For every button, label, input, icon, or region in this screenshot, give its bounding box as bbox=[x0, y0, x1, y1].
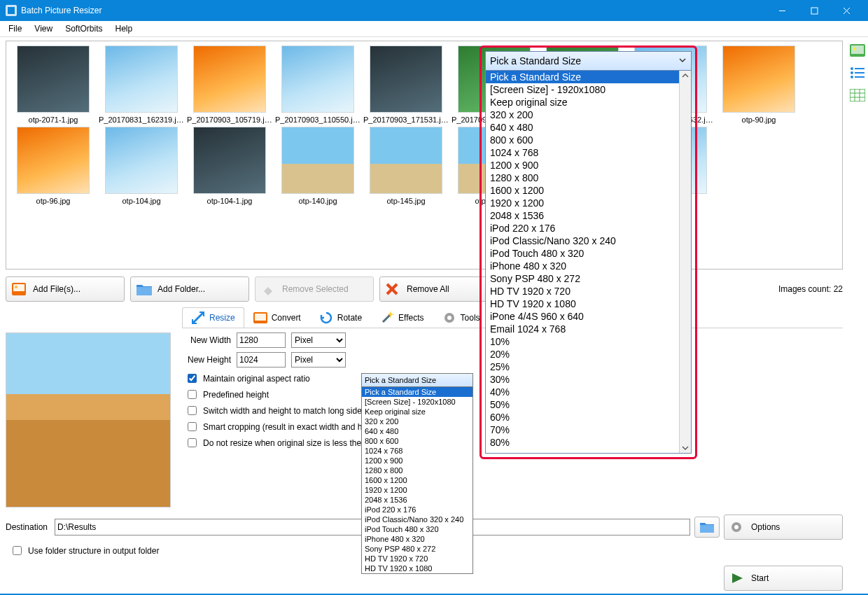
menu-view[interactable]: View bbox=[29, 22, 58, 35]
window-close-button[interactable] bbox=[830, 0, 862, 21]
tab-convert[interactable]: Convert bbox=[244, 307, 310, 328]
big-dropdown-option[interactable]: Sony PSP 480 x 272 bbox=[486, 272, 691, 285]
big-dropdown-option[interactable]: iPod Touch 480 x 320 bbox=[486, 247, 691, 260]
thumbnail-item[interactable]: P_20170903_171531.jpg bbox=[363, 46, 449, 124]
thumbnail-item[interactable]: otp-140.jpg bbox=[275, 127, 360, 205]
images-count-label: Images count: 22 bbox=[778, 284, 843, 294]
small-dropdown-option[interactable]: HD TV 1920 x 1080 bbox=[362, 564, 472, 573]
small-dropdown-option[interactable]: 640 x 480 bbox=[362, 426, 472, 436]
new-width-input[interactable] bbox=[237, 332, 286, 348]
small-dropdown-option[interactable]: iPod Classic/Nano 320 x 240 bbox=[362, 514, 472, 524]
small-dropdown-option[interactable]: 1200 x 900 bbox=[362, 456, 472, 465]
big-dropdown-option[interactable]: 2048 x 1536 bbox=[486, 209, 691, 222]
small-dropdown-option[interactable]: 1024 x 768 bbox=[362, 446, 472, 456]
small-dropdown-option[interactable]: [Screen Size] - 1920x1080 bbox=[362, 397, 472, 407]
small-size-dropdown-list[interactable]: Pick a Standard Size Pick a Standard Siz… bbox=[361, 373, 473, 574]
thumbnail-item[interactable]: otp-145.jpg bbox=[363, 127, 449, 205]
small-dropdown-option[interactable]: Keep original size bbox=[362, 407, 472, 416]
thumbnail-item[interactable]: otp-90.jpg bbox=[716, 46, 802, 124]
menu-help[interactable]: Help bbox=[110, 22, 139, 35]
menu-softorbits[interactable]: SoftOrbits bbox=[59, 22, 108, 35]
thumbnail-item[interactable]: otp-96.jpg bbox=[10, 127, 96, 205]
thumbnail-item[interactable]: otp-104-1.jpg bbox=[187, 127, 272, 205]
big-dropdown-option[interactable]: 80% bbox=[486, 436, 691, 449]
big-dropdown-option[interactable]: 1200 x 900 bbox=[486, 159, 691, 172]
small-dropdown-option[interactable]: iPod 220 x 176 bbox=[362, 505, 472, 514]
big-dropdown-option[interactable]: 320 x 200 bbox=[486, 108, 691, 121]
view-grid-button[interactable] bbox=[849, 87, 866, 104]
new-height-input[interactable] bbox=[237, 352, 286, 368]
big-dropdown-option[interactable]: Email 1024 x 768 bbox=[486, 323, 691, 335]
big-dropdown-option[interactable]: 30% bbox=[486, 373, 691, 386]
add-folder-button[interactable]: Add Folder... bbox=[130, 276, 249, 302]
big-dropdown-option[interactable]: 1600 x 1200 bbox=[486, 184, 691, 197]
big-dropdown-option[interactable]: 640 x 480 bbox=[486, 121, 691, 134]
big-dropdown-header[interactable]: Pick a Standard Size bbox=[485, 51, 692, 71]
menu-file[interactable]: File bbox=[3, 22, 27, 35]
big-dropdown-option[interactable]: [Screen Size] - 1920x1080 bbox=[486, 83, 691, 96]
big-dropdown-option[interactable]: HD TV 1920 x 720 bbox=[486, 285, 691, 298]
add-files-button[interactable]: Add File(s)... bbox=[6, 276, 125, 302]
big-dropdown-option[interactable]: 1920 x 1200 bbox=[486, 197, 691, 209]
small-dropdown-option[interactable]: iPhone 480 x 320 bbox=[362, 534, 472, 544]
chevron-up-icon[interactable] bbox=[680, 71, 690, 80]
small-dropdown-option[interactable]: Sony PSP 480 x 272 bbox=[362, 544, 472, 554]
big-dropdown-option[interactable]: 20% bbox=[486, 348, 691, 360]
big-dropdown-option[interactable]: 10% bbox=[486, 335, 691, 348]
thumbnail-item[interactable]: otp-104.jpg bbox=[99, 127, 184, 205]
height-unit-select[interactable]: Pixel bbox=[291, 352, 346, 368]
small-dropdown-option[interactable]: HD TV 1920 x 720 bbox=[362, 554, 472, 564]
big-dropdown-option[interactable]: Keep original size bbox=[486, 96, 691, 108]
small-dropdown-option[interactable]: 320 x 200 bbox=[362, 416, 472, 426]
thumbnail-item[interactable]: P_20170831_162319.jpg bbox=[99, 46, 184, 124]
thumbnail-image bbox=[193, 127, 266, 194]
thumbnail-item[interactable]: P_20170903_110550.jpg bbox=[275, 46, 360, 124]
small-dropdown-option[interactable]: 1920 x 1200 bbox=[362, 485, 472, 495]
tab-resize[interactable]: Resize bbox=[182, 307, 244, 328]
big-dropdown-option[interactable]: HD TV 1920 x 1080 bbox=[486, 298, 691, 310]
svg-rect-24 bbox=[855, 68, 864, 69]
big-dropdown-option[interactable]: 70% bbox=[486, 424, 691, 436]
big-dropdown-selected[interactable]: Pick a Standard Size bbox=[486, 71, 691, 83]
big-dropdown-option[interactable]: iPod Classic/Nano 320 x 240 bbox=[486, 234, 691, 247]
title-bar: Batch Picture Resizer bbox=[0, 0, 868, 21]
small-dropdown-option[interactable]: 1600 x 1200 bbox=[362, 475, 472, 485]
start-button[interactable]: Start bbox=[724, 566, 843, 591]
thumbnail-label: P_20170903_110550.jpg bbox=[275, 115, 360, 124]
big-dropdown-option[interactable]: 50% bbox=[486, 398, 691, 411]
small-dropdown-option[interactable]: 2048 x 1536 bbox=[362, 495, 472, 505]
width-unit-select[interactable]: Pixel bbox=[291, 332, 346, 348]
big-dropdown-option[interactable]: 60% bbox=[486, 411, 691, 424]
big-dropdown-option[interactable]: 25% bbox=[486, 360, 691, 373]
big-dropdown-option[interactable]: 40% bbox=[486, 386, 691, 398]
small-dropdown-head[interactable]: Pick a Standard Size bbox=[362, 374, 472, 387]
view-list-button[interactable] bbox=[849, 64, 866, 81]
small-dropdown-option[interactable]: 800 x 600 bbox=[362, 436, 472, 446]
big-dropdown-option[interactable]: 1280 x 800 bbox=[486, 172, 691, 184]
big-dropdown-scrollbar[interactable] bbox=[679, 71, 691, 453]
view-thumbnails-button[interactable] bbox=[849, 42, 866, 59]
big-dropdown-option[interactable]: iPod 220 x 176 bbox=[486, 222, 691, 234]
window-minimize-button[interactable] bbox=[766, 0, 798, 21]
options-button[interactable]: Options bbox=[724, 514, 843, 540]
tab-convert-label: Convert bbox=[272, 313, 301, 323]
remove-selected-button[interactable]: Remove Selected bbox=[255, 276, 374, 302]
thumbnail-item[interactable]: otp-2071-1.jpg bbox=[10, 46, 96, 124]
big-dropdown-option[interactable]: iPone 4/4S 960 x 640 bbox=[486, 310, 691, 323]
svg-point-22 bbox=[853, 48, 856, 50]
thumbnail-item[interactable]: P_20170903_105719.jpg bbox=[187, 46, 272, 124]
browse-destination-button[interactable] bbox=[694, 517, 720, 538]
window-maximize-button[interactable] bbox=[798, 0, 830, 21]
small-dropdown-selected[interactable]: Pick a Standard Size bbox=[362, 387, 472, 397]
big-dropdown-list[interactable]: Pick a Standard Size [Screen Size] - 192… bbox=[485, 71, 692, 454]
big-dropdown-option[interactable]: iPhone 480 x 320 bbox=[486, 260, 691, 272]
big-dropdown-option[interactable]: 800 x 600 bbox=[486, 134, 691, 146]
big-dropdown-option[interactable]: 1024 x 768 bbox=[486, 146, 691, 159]
tab-rotate[interactable]: Rotate bbox=[310, 307, 371, 328]
svg-point-23 bbox=[850, 67, 853, 70]
tab-effects-label: Effects bbox=[398, 313, 424, 323]
small-dropdown-option[interactable]: 1280 x 800 bbox=[362, 465, 472, 475]
small-dropdown-option[interactable]: iPod Touch 480 x 320 bbox=[362, 524, 472, 534]
chevron-down-icon[interactable] bbox=[680, 443, 690, 453]
tab-effects[interactable]: Effects bbox=[371, 307, 433, 328]
